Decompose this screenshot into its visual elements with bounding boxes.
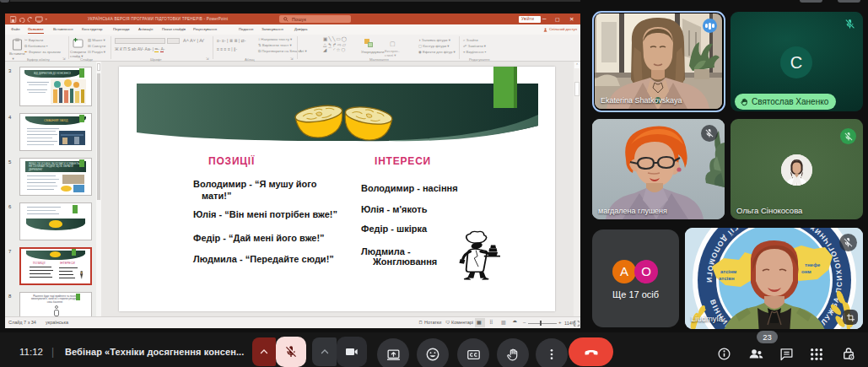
svg-text:атсівн: атсівн: [719, 276, 735, 281]
svg-text:онм: онм: [801, 269, 811, 274]
svg-text:атсінм: атсінм: [720, 269, 737, 274]
svg-text:тнефе: тнефе: [805, 262, 821, 267]
